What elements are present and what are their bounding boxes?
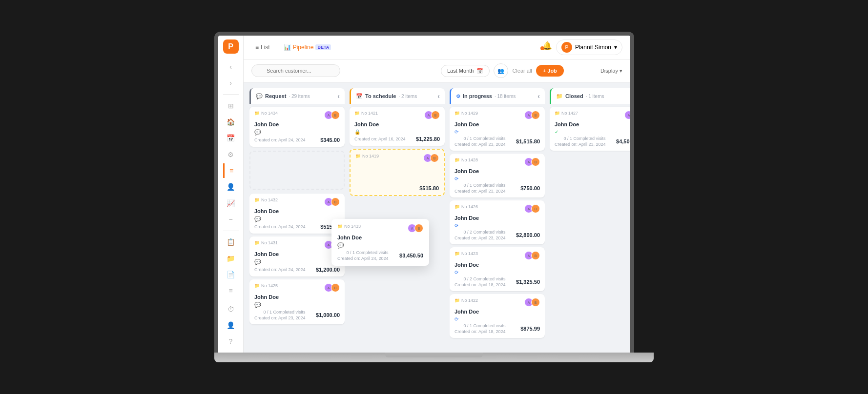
- sidebar-item-settings[interactable]: ⚙: [223, 147, 239, 161]
- job-num-1431: 📁 No 1431: [254, 240, 278, 245]
- table-row[interactable]: 📁 No 1419 A B: [350, 149, 445, 196]
- sidebar-item-list[interactable]: ≡: [223, 163, 239, 177]
- sidebar-item-profile[interactable]: 👤: [223, 318, 239, 332]
- sidebar-expand[interactable]: ›: [223, 76, 239, 90]
- sidebar-item-document[interactable]: 📄: [223, 267, 239, 281]
- table-row[interactable]: 📁 No 1426 A B John Doe: [450, 200, 545, 244]
- table-row[interactable]: 📁 No 1423 A B John Doe: [450, 247, 545, 291]
- kanban-board: 💬 Request · 29 items ‹: [244, 82, 630, 353]
- job-num-1419: 📁 No 1419: [355, 154, 379, 158]
- search-input[interactable]: [251, 64, 340, 77]
- user-menu-btn[interactable]: P Plannit Simon ▾: [556, 39, 622, 55]
- date-filter-btn[interactable]: Last Month 📅: [441, 65, 490, 77]
- notification-wrap: 🔔: [542, 41, 552, 54]
- table-row[interactable]: 📁 No 1421 A B John Doe: [350, 107, 445, 146]
- pipeline-nav-btn[interactable]: 📊 Pipeline BETA: [280, 42, 335, 53]
- closed-icon: 📁: [556, 93, 563, 99]
- sidebar-item-home[interactable]: 🏠: [223, 115, 239, 129]
- card-icons-1434: 💬: [254, 129, 340, 136]
- schedule-collapse-btn[interactable]: ‹: [437, 92, 440, 100]
- lock-icon: 🔒: [354, 129, 360, 135]
- col-title-closed: 📁 Closed · 1 items: [556, 93, 604, 99]
- progress-icon: ⚙: [456, 94, 460, 99]
- column-header-progress: ⚙ In progress · 18 items ‹: [450, 88, 545, 104]
- table-row[interactable]: 📁 No 1422 A B John Doe: [450, 294, 545, 338]
- table-row[interactable]: 📁 No 1434 A B John Doe: [249, 107, 345, 147]
- chat-icon: 💬: [254, 216, 261, 222]
- progress-collapse-btn[interactable]: ‹: [537, 92, 540, 100]
- card-icons-1432: 💬: [254, 216, 340, 222]
- closed-count: · 1 items: [586, 94, 604, 99]
- list-nav-btn[interactable]: ≡ List: [251, 42, 274, 53]
- laptop-base: [214, 353, 654, 362]
- spin-icon: ⟳: [455, 270, 458, 275]
- spin-icon: ⟳: [455, 316, 458, 322]
- sidebar-item-notes[interactable]: 📋: [223, 235, 239, 249]
- sidebar-item-grid[interactable]: ⊞: [223, 98, 239, 113]
- table-row[interactable]: 📁 No 1431 A B John Doe: [249, 236, 345, 276]
- customer-name-1422: John Doe: [455, 309, 540, 315]
- avatars-1434: A B: [324, 111, 340, 119]
- card-icons-1431: 💬: [254, 259, 340, 265]
- sidebar-collapse[interactable]: ‹: [223, 59, 239, 74]
- sidebar-item-analytics[interactable]: 📈: [223, 196, 239, 210]
- clear-all-btn[interactable]: Clear all: [512, 68, 532, 74]
- sidebar-item-clock[interactable]: ⏱: [223, 302, 239, 316]
- card-icons-1422: ⟳: [455, 316, 540, 322]
- user-avatar: P: [561, 42, 572, 53]
- card-price-1427: $4,500.00: [616, 138, 630, 144]
- card-date-1425: Created on: April 23, 2024: [254, 315, 306, 320]
- card-date-1428: Created on: April 23, 2024: [455, 189, 506, 194]
- job-num-1429: 📁 No 1429: [455, 111, 478, 116]
- divider-1: [223, 94, 239, 95]
- card-visits-1427: 0 / 1 Completed visits: [555, 136, 606, 141]
- column-progress: ⚙ In progress · 18 items ‹: [450, 88, 545, 347]
- job-num-1422: 📁 No 1422: [455, 298, 478, 303]
- table-row[interactable]: 📁 No 1427 A B John Doe: [550, 107, 630, 151]
- avatar: B: [531, 111, 540, 119]
- card-footer-1421: Created on: April 16, 2024 $1,225.80: [354, 136, 440, 142]
- filter-btn[interactable]: 👥: [494, 63, 508, 78]
- request-collapse-btn[interactable]: ‹: [337, 92, 340, 100]
- calendar-icon: 📅: [476, 68, 483, 74]
- search-wrap: 🔍: [251, 64, 437, 77]
- card-footer-1432: Created on: April 24, 2024 $515.80: [254, 224, 340, 230]
- avatar: B: [331, 283, 340, 292]
- card-price-1431: $1,200.00: [316, 267, 340, 273]
- main-content: ≡ List 📊 Pipeline BETA 🔔: [244, 36, 630, 353]
- chat-icon: 💬: [337, 242, 344, 249]
- avatars-1421: A B: [424, 111, 440, 119]
- display-btn[interactable]: Display ▾: [600, 68, 622, 74]
- sidebar-item-minus[interactable]: −: [223, 212, 239, 226]
- col-title-progress: ⚙ In progress · 18 items: [456, 93, 516, 99]
- table-row[interactable]: 📁 No 1429 A B John Doe: [450, 107, 545, 151]
- tooltip-avatars: A B: [408, 224, 423, 233]
- col-title-schedule: 📅 To schedule · 2 items: [356, 93, 417, 99]
- sidebar-item-calendar[interactable]: 📅: [223, 131, 239, 145]
- check-icon: ✓: [555, 129, 558, 135]
- sidebar-item-help[interactable]: ?: [223, 335, 239, 349]
- nav-right: 🔔 P Plannit Simon ▾: [542, 39, 622, 55]
- schedule-icon: 📅: [356, 93, 363, 99]
- filter-icon: 👥: [497, 68, 504, 74]
- col-title-request: 💬 Request · 29 items: [256, 93, 310, 99]
- divider-2: [223, 231, 239, 231]
- table-row[interactable]: 📁 No 1432 A B John Doe: [249, 194, 345, 234]
- add-job-btn[interactable]: + Job: [536, 65, 564, 77]
- table-row[interactable]: 📁 No 1425 A B John Doe: [249, 279, 345, 324]
- card-price-1428: $750.00: [520, 185, 540, 191]
- sidebar-item-lines[interactable]: ≡: [223, 284, 239, 298]
- table-row[interactable]: 📁 No 1428 A B John Doe: [450, 154, 545, 197]
- card-price-1434: $345.00: [320, 137, 340, 143]
- card-visits-1428: 0 / 1 Completed visits: [455, 183, 506, 188]
- avatar: B: [414, 224, 423, 233]
- column-closed: 📁 Closed · 1 items ›: [550, 88, 630, 347]
- app-logo[interactable]: P: [223, 39, 239, 54]
- avatar: A: [624, 111, 630, 119]
- sidebar-item-user[interactable]: 👤: [223, 180, 239, 194]
- customer-name-1425: John Doe: [254, 294, 340, 300]
- tooltip-card[interactable]: 📁 No 1433 A B John Doe 💬: [331, 219, 429, 266]
- card-icons-1423: ⟳: [455, 270, 540, 275]
- card-icons-1427: ✓: [555, 129, 630, 135]
- sidebar-item-folder[interactable]: 📁: [223, 251, 239, 265]
